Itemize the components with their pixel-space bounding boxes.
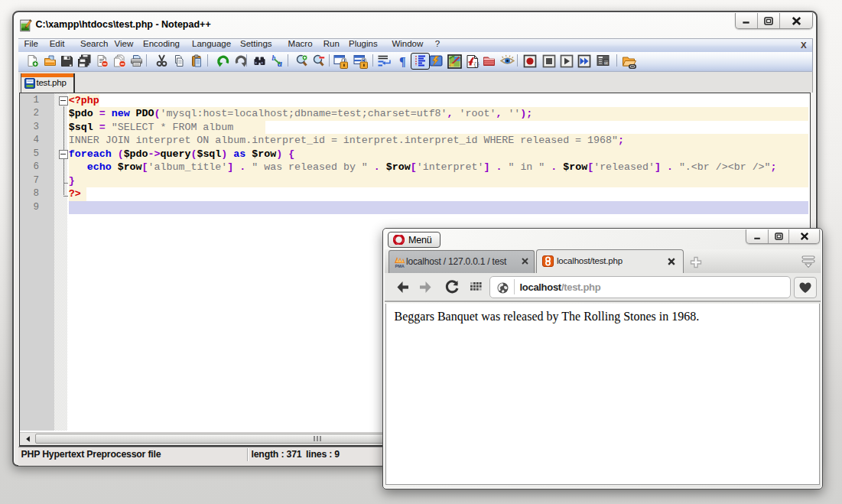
svg-text:¶: ¶ bbox=[399, 55, 406, 68]
svg-text:uc: uc bbox=[604, 60, 609, 65]
svg-text:PMA: PMA bbox=[395, 264, 405, 268]
svg-text:{}: {} bbox=[473, 61, 480, 67]
